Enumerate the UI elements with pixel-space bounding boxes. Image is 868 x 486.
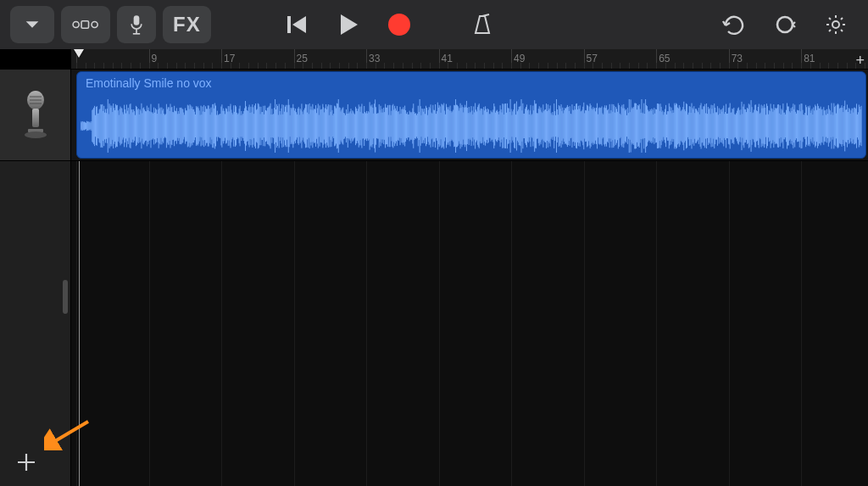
ruler-bar-label: 33 — [369, 53, 380, 64]
svg-rect-3 — [134, 15, 140, 25]
metronome-icon — [470, 13, 494, 36]
svg-rect-6 — [287, 16, 291, 33]
ruler-bar-label: 49 — [514, 53, 525, 64]
metronome-button[interactable] — [460, 6, 504, 43]
svg-rect-5 — [133, 33, 140, 35]
play-button[interactable] — [326, 6, 370, 43]
add-track-button[interactable] — [0, 439, 70, 486]
svg-point-12 — [25, 131, 47, 138]
ruler-bar-label: 17 — [224, 53, 235, 64]
view-mode-button[interactable] — [61, 6, 110, 43]
go-to-start-icon — [286, 14, 309, 36]
play-icon — [337, 13, 359, 36]
ruler-bar-label: 41 — [442, 53, 453, 64]
timeline-ruler[interactable]: 9172533414957657381 + — [71, 49, 868, 70]
track-lane[interactable]: Emotinally Smile no vox — [71, 70, 868, 161]
clip-title: Emotinally Smile no vox — [86, 76, 212, 90]
fx-label: FX — [173, 13, 201, 36]
ruler-bar-label: 73 — [732, 53, 743, 64]
rewind-button[interactable] — [275, 6, 320, 43]
view-layout-icon — [71, 15, 100, 34]
loop-icon — [773, 13, 797, 36]
zoom-in-button[interactable]: + — [855, 52, 865, 70]
input-monitor-button[interactable] — [117, 6, 156, 43]
ruler-bar-label: 57 — [587, 53, 598, 64]
sidebar-scrollbar-thumb[interactable] — [63, 280, 68, 314]
track-header[interactable] — [0, 70, 70, 161]
waveform — [81, 99, 862, 153]
track-settings-dropdown[interactable] — [10, 6, 54, 43]
svg-point-2 — [92, 21, 97, 27]
microphone-icon — [21, 90, 50, 141]
ruler-bar-label: 65 — [659, 53, 670, 64]
undo-button[interactable] — [710, 6, 756, 43]
svg-rect-4 — [136, 29, 137, 33]
track-sidebar — [0, 70, 71, 486]
settings-button[interactable] — [814, 6, 858, 43]
track-area[interactable]: Emotinally Smile no vox — [71, 70, 868, 486]
chevron-down-icon — [23, 15, 42, 34]
gear-icon — [824, 13, 848, 36]
top-toolbar: FX — [0, 0, 868, 49]
playhead-marker[interactable] — [74, 49, 84, 58]
svg-point-0 — [73, 21, 79, 27]
ruler-bar-label: 81 — [804, 53, 815, 64]
svg-rect-1 — [81, 21, 89, 29]
audio-clip[interactable]: Emotinally Smile no vox — [76, 71, 866, 159]
fx-button[interactable]: FX — [163, 6, 211, 43]
ruler-bar-label: 25 — [297, 53, 308, 64]
record-button[interactable] — [377, 6, 421, 43]
track-instrument-icon — [21, 90, 50, 141]
loop-browser-button[interactable] — [763, 6, 807, 43]
record-icon — [388, 14, 410, 36]
svg-point-7 — [777, 17, 793, 32]
undo-icon — [721, 14, 746, 36]
svg-point-8 — [832, 21, 839, 28]
workspace: Emotinally Smile no vox — [0, 70, 868, 486]
svg-rect-10 — [32, 109, 39, 127]
microphone-icon — [128, 14, 145, 36]
plus-icon — [15, 451, 37, 473]
ruler-bar-label: 9 — [152, 53, 158, 64]
